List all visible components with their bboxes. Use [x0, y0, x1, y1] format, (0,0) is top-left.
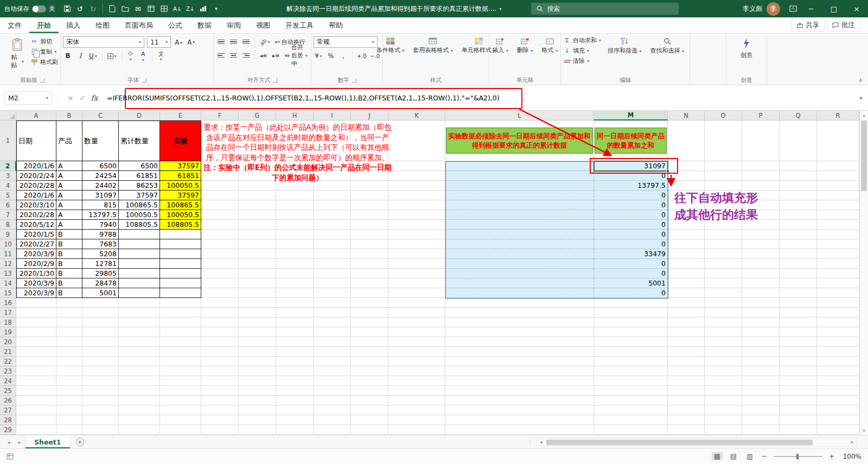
cell-L28[interactable] [445, 415, 594, 425]
cell-N24[interactable] [668, 376, 705, 386]
cell-Q20[interactable] [780, 337, 817, 347]
percent-style-button[interactable]: % [326, 50, 336, 61]
cell-N23[interactable] [668, 366, 705, 376]
cell-R9[interactable] [817, 230, 859, 239]
cell-G15[interactable] [239, 288, 276, 298]
cell-I7[interactable] [314, 210, 351, 220]
cell-H5[interactable] [276, 191, 314, 200]
cell-A27[interactable] [16, 405, 56, 415]
cell-E27[interactable] [160, 405, 201, 415]
cell-L22[interactable] [445, 357, 594, 366]
cell-R8[interactable] [817, 220, 859, 230]
cell-C14[interactable]: 28478 [82, 278, 119, 288]
cell-K24[interactable] [388, 376, 445, 386]
cell-F7[interactable] [201, 210, 239, 220]
tab-data[interactable]: 数据 [190, 17, 219, 33]
sheet-nav-left-icon[interactable]: ◂ [3, 439, 14, 445]
cell-P26[interactable] [742, 396, 780, 405]
cell-R24[interactable] [817, 376, 859, 386]
cell-I28[interactable] [314, 415, 351, 425]
cell-O23[interactable] [705, 366, 742, 376]
cell-L26[interactable] [445, 396, 594, 405]
table-icon[interactable] [145, 2, 158, 15]
cell-Q2[interactable] [780, 161, 817, 171]
cell-B7[interactable]: A [56, 210, 82, 220]
cell-B24[interactable] [56, 376, 82, 386]
cell-C7[interactable]: 13797.5 [82, 210, 119, 220]
cell-K1[interactable] [388, 121, 445, 161]
grid-icon[interactable] [158, 2, 171, 15]
cell-C18[interactable] [82, 318, 119, 327]
cell-Q24[interactable] [780, 376, 817, 386]
cell-G8[interactable] [239, 220, 276, 230]
cell-C9[interactable]: 9788 [82, 230, 119, 239]
cell-H8[interactable] [276, 220, 314, 230]
cell-E14[interactable] [160, 278, 201, 288]
cell-B26[interactable] [56, 396, 82, 405]
cell-G12[interactable] [239, 259, 276, 269]
cell-J20[interactable] [351, 337, 388, 347]
cell-M21[interactable] [594, 347, 668, 357]
cell-F28[interactable] [201, 415, 239, 425]
format-as-table-button[interactable]: 套用表格格式 ▾ [410, 35, 456, 56]
column-header-L[interactable]: L [445, 111, 594, 121]
cell-Q19[interactable] [780, 327, 817, 337]
cell-Q1[interactable] [780, 121, 817, 161]
row-header-13[interactable]: 13 [0, 269, 16, 278]
cell-B6[interactable]: A [56, 200, 82, 210]
cell-Q23[interactable] [780, 366, 817, 376]
cell-F26[interactable] [201, 396, 239, 405]
cell-I19[interactable] [314, 327, 351, 337]
cell-N25[interactable] [668, 386, 705, 396]
cell-I13[interactable] [314, 269, 351, 278]
row-header-16[interactable]: 16 [0, 298, 16, 308]
cell-H12[interactable] [276, 259, 314, 269]
cell-C1[interactable]: 数量 [82, 121, 119, 161]
cell-E9[interactable] [160, 230, 201, 239]
undo-icon[interactable]: ↺ [74, 2, 87, 15]
cell-R1[interactable] [817, 121, 859, 161]
cell-L8[interactable] [445, 220, 594, 230]
cell-H20[interactable] [276, 337, 314, 347]
row-header-27[interactable]: 27 [0, 405, 16, 415]
cell-H17[interactable] [276, 308, 314, 318]
cell-B15[interactable]: B [56, 288, 82, 298]
cell-H19[interactable] [276, 327, 314, 337]
cell-A25[interactable] [16, 386, 56, 396]
cell-J14[interactable] [351, 278, 388, 288]
cell-J25[interactable] [351, 386, 388, 396]
cell-G16[interactable] [239, 298, 276, 308]
cell-J6[interactable] [351, 200, 388, 210]
cell-M16[interactable] [594, 298, 668, 308]
cell-E29[interactable] [160, 425, 201, 435]
cell-N14[interactable] [668, 278, 705, 288]
cell-C11[interactable]: 5208 [82, 249, 119, 259]
chart-icon[interactable] [197, 2, 210, 15]
cell-H14[interactable] [276, 278, 314, 288]
cell-J23[interactable] [351, 366, 388, 376]
cell-P9[interactable] [742, 230, 780, 239]
cell-D18[interactable] [119, 318, 160, 327]
tab-split-handle[interactable]: ⋮ [527, 439, 533, 446]
cell-L9[interactable] [445, 230, 594, 239]
cell-G7[interactable] [239, 210, 276, 220]
cell-G11[interactable] [239, 249, 276, 259]
cell-H16[interactable] [276, 298, 314, 308]
cell-Q13[interactable] [780, 269, 817, 278]
cell-G5[interactable] [239, 191, 276, 200]
autosum-button[interactable]: Σ自动求和▾ [563, 36, 602, 45]
cell-E23[interactable] [160, 366, 201, 376]
cell-D16[interactable] [119, 298, 160, 308]
insert-function-icon[interactable]: fx [88, 93, 100, 102]
font-name-select[interactable]: 宋体▾ [63, 36, 144, 48]
cell-O27[interactable] [705, 405, 742, 415]
cell-J22[interactable] [351, 357, 388, 366]
column-header-N[interactable]: N [668, 111, 705, 121]
cell-F20[interactable] [201, 337, 239, 347]
cell-N15[interactable] [668, 288, 705, 298]
row-header-1[interactable]: 1 [0, 121, 16, 161]
cell-O11[interactable] [705, 249, 742, 259]
cell-E3[interactable]: 61851 [160, 171, 201, 181]
new-file-icon[interactable] [106, 2, 119, 15]
row-header-24[interactable]: 24 [0, 376, 16, 386]
